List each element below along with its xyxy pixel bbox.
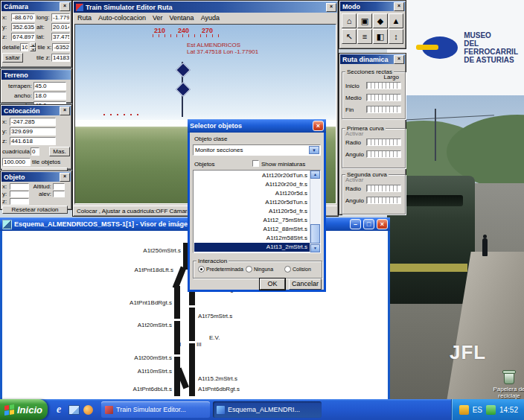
menu-item-ruta[interactable]: Ruta [77,14,92,22]
object-list-item[interactable]: A1t12m58Strt.s [194,234,310,243]
media-player-icon[interactable] [83,405,93,415]
menu-item-ayuda[interactable]: Ayuda [201,14,220,22]
camera-y-field[interactable]: 352.635 [11,23,35,31]
placement-y-field[interactable]: 329.699 [10,127,56,136]
alev-field[interactable] [53,191,65,197]
editor-titlebar[interactable]: Train Simulator Editor Ruta × [74,1,337,13]
tray-icon-2[interactable] [486,405,496,415]
scrollbar-thumb[interactable] [310,224,320,244]
more-button[interactable]: Mas. [49,147,70,156]
fin-slider[interactable] [366,106,401,113]
camera-long-field[interactable]: -1.7790 [51,13,70,22]
chevron-down-icon[interactable]: ▼ [309,146,319,154]
curve1-angle-slider[interactable] [366,150,401,158]
saltar-button[interactable]: saltar [2,53,23,63]
schematic-label: I [179,341,181,348]
camera-alt-field[interactable]: 20.014 [51,23,70,31]
placement-z-field[interactable]: 441.618 [10,137,56,145]
object-list-item[interactable]: A1t12_88mStrt.s [194,225,310,234]
mode-tool-button-8[interactable]: ↕ [389,29,403,44]
scale-field[interactable]: 100.000 [2,158,31,166]
mode-tool-button-6[interactable]: ≡ [357,29,372,44]
camera-titlebar[interactable]: Cámara × [1,1,71,11]
camera-tilez-field[interactable]: 14183 [51,54,70,62]
tray-icon-1[interactable] [459,405,469,415]
list-scrollbar[interactable]: ▲ ▼ [310,171,320,252]
ok-button[interactable]: OK [260,279,285,290]
reset-rotation-button[interactable]: Resetear rotacion [2,206,68,214]
curve2-angle-slider[interactable] [366,197,401,204]
detalle-spinner[interactable]: ▲ ▼ [30,42,36,51]
terrapen-field[interactable]: 45.0 [33,82,66,90]
radio-default[interactable] [198,266,205,273]
altitude-field[interactable] [53,183,65,190]
taskbar-task-viewer[interactable]: Esquema_ALMENDRI... [213,401,322,418]
inicio-slider[interactable] [366,82,401,89]
camera-detalle-field[interactable]: 10 [20,43,28,51]
internet-explorer-icon[interactable]: e [53,404,65,416]
object-list-item-selected[interactable]: A1t13_2mStrt.s [194,243,310,252]
close-icon[interactable]: × [60,106,70,115]
mode-titlebar[interactable]: Modo × [340,1,405,11]
object-list-item[interactable]: A1t120r20d_fr.s [194,180,310,189]
object-list-item[interactable]: A1t120r5dTun.s [194,198,310,207]
curve2-radius-slider[interactable] [366,185,401,192]
show-desktop-icon[interactable] [68,405,80,415]
scroll-up-icon[interactable]: ▲ [310,171,320,179]
close-icon[interactable]: × [377,219,388,229]
object-list-item[interactable]: A1t12_75mStrt.s [194,216,310,225]
object-class-dropdown[interactable]: Monitor secciones ▼ [193,144,321,156]
menu-item-ventana[interactable]: Ventana [170,14,194,22]
object-y-field[interactable] [10,191,29,197]
terrain-titlebar[interactable]: Terreno [1,70,71,80]
menu-item-ver[interactable]: Ver [153,14,163,22]
curve1-radius-slider[interactable] [366,139,401,146]
radio-collision[interactable] [284,266,291,273]
scroll-down-icon[interactable]: ▼ [310,244,320,252]
mode-panel: Modo × ⌂ ▣ ◆ ▲ ↖ ≡ ◧ ↕ [339,0,406,49]
object-list-item[interactable]: A1t120r20dTun.s [194,171,310,180]
mode-tool-button-5[interactable]: ↖ [342,29,357,44]
mode-tool-button-4[interactable]: ▲ [389,13,403,28]
taskbar-task-editor[interactable]: Train Simulator Editor... [101,401,210,418]
object-list-item[interactable]: A1t120r5d.s [194,189,310,198]
mode-tool-button-7[interactable]: ◧ [373,29,388,44]
spin-down-icon[interactable]: ▼ [30,47,36,51]
close-icon[interactable]: × [394,2,404,11]
radio-none[interactable] [246,266,252,273]
close-icon[interactable]: × [60,173,70,182]
ancho-field[interactable]: 18.0 [33,92,66,100]
largo-label: Largo [384,74,399,80]
camera-x-field[interactable]: -88.670 [11,13,35,22]
mode-tool-button-3[interactable]: ◆ [373,13,388,28]
selector-titlebar[interactable]: Selector objetos × [188,119,326,133]
close-icon[interactable]: × [326,3,336,12]
object-titlebar[interactable]: Objeto × [1,172,71,182]
recycle-bin-icon[interactable]: Papelera de reciclaje [487,372,524,399]
dynamic-track-titlebar[interactable]: Ruta dinamica × [340,54,405,64]
maximize-icon[interactable]: □ [363,219,374,229]
language-indicator[interactable]: ES [473,406,482,414]
placement-titlebar[interactable]: Colocación × [1,106,71,115]
camera-z-field[interactable]: 674.897 [11,33,35,41]
start-button[interactable]: Inicio [0,399,48,420]
grid-field[interactable]: 0 [31,147,39,156]
medio-slider[interactable] [366,94,401,101]
show-thumbnails-checkbox[interactable] [252,160,259,167]
object-x-field[interactable] [10,183,29,190]
minimize-icon[interactable]: – [350,219,361,229]
placement-x-field[interactable]: -247.285 [10,118,56,126]
close-icon[interactable]: × [394,55,404,64]
camera-lat-field[interactable]: 37.4751 [51,33,70,41]
object-list-item[interactable]: A1t120r5d_fr.s [194,207,310,216]
close-icon[interactable]: × [313,121,324,131]
mode-tool-button-1[interactable]: ⌂ [342,13,357,28]
schematic-label: A1t75mStrt.s [198,313,232,319]
object-z-field[interactable] [10,198,29,205]
cancel-button[interactable]: Cancelar [289,279,322,290]
camera-tilex-field[interactable]: -6352 [52,43,70,51]
object-list[interactable]: A1t120r20dTun.s A1t120r20d_fr.s A1t120r5… [193,170,321,253]
menu-item-auto-colocacion[interactable]: Auto-colocacion [98,14,146,22]
close-icon[interactable]: × [60,2,70,11]
mode-tool-button-2[interactable]: ▣ [357,13,372,28]
